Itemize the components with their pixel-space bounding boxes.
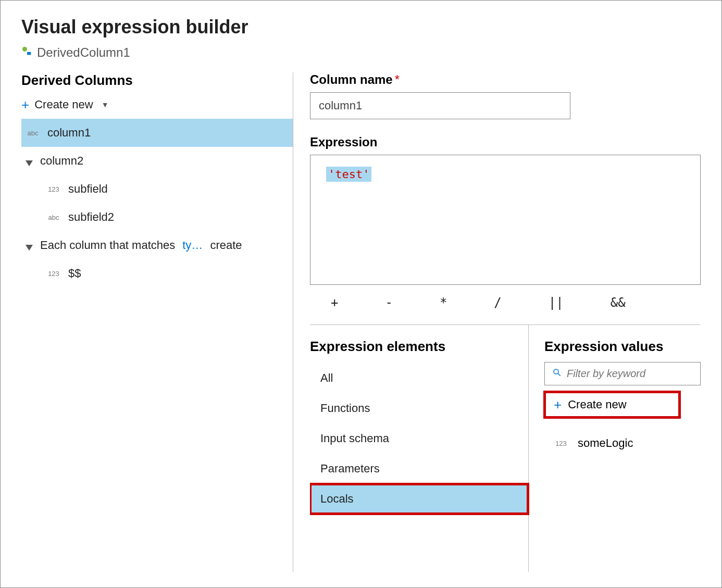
value-item[interactable]: 123someLogic (544, 431, 701, 455)
element-category-item[interactable]: Input schema (310, 423, 528, 454)
tree-item-label: subfield2 (68, 210, 114, 224)
page-title: Visual expression builder (21, 16, 701, 38)
caret-icon (26, 157, 33, 165)
svg-point-0 (22, 47, 27, 52)
tree-item[interactable]: 123subfield (21, 175, 293, 203)
column-name-label: Column name* (310, 72, 701, 87)
element-category-item[interactable]: Parameters (310, 454, 528, 484)
filter-row[interactable] (544, 362, 701, 385)
element-category-item[interactable]: Functions (310, 393, 528, 423)
tree-item-label: column1 (47, 126, 91, 140)
svg-marker-2 (26, 160, 33, 166)
expression-token: 'test' (326, 167, 371, 182)
chevron-down-icon: ▼ (102, 101, 109, 109)
svg-point-4 (554, 369, 558, 374)
derived-columns-title: Derived Columns (21, 72, 293, 89)
tree-item[interactable]: Each column that matchesty…create (21, 231, 293, 259)
expression-editor[interactable]: 'test' (310, 155, 701, 285)
expression-values-title: Expression values (544, 339, 701, 355)
tree-item-label: column2 (40, 154, 83, 168)
search-icon (552, 368, 562, 380)
create-new-label: Create new (34, 98, 93, 111)
tree-item[interactable]: abccolumn1 (21, 119, 293, 147)
element-category-item[interactable]: Locals (310, 484, 528, 514)
tree-item-label: subfield (68, 182, 108, 196)
create-new-local-label: Create new (568, 398, 627, 411)
type-badge: abc (26, 129, 40, 137)
operator-button[interactable]: + (331, 295, 338, 310)
filter-input[interactable] (567, 368, 693, 380)
svg-marker-3 (26, 245, 33, 251)
svg-line-5 (558, 373, 561, 376)
type-badge: 123 (554, 440, 568, 447)
plus-icon: + (554, 398, 562, 411)
type-badge: 123 (46, 270, 61, 278)
operator-button[interactable]: - (385, 295, 392, 310)
operator-button[interactable]: / (494, 295, 501, 310)
operator-button[interactable]: * (440, 295, 447, 310)
tree-item[interactable]: column2 (21, 147, 293, 175)
create-new-local-button[interactable]: + Create new (544, 392, 680, 418)
transform-icon (21, 45, 33, 60)
value-label: someLogic (578, 436, 633, 450)
right-pane: Column name* Expression 'test' +-*/||&& … (293, 72, 701, 572)
plus-icon: + (21, 98, 29, 111)
svg-rect-1 (27, 52, 31, 55)
type-badge: 123 (46, 185, 61, 193)
type-badge: abc (46, 214, 61, 221)
column-name-input[interactable] (310, 92, 570, 119)
left-pane: Derived Columns + Create new ▼ abccolumn… (21, 72, 293, 572)
create-new-column-button[interactable]: + Create new ▼ (21, 94, 293, 119)
tree-item-suffix: create (210, 239, 242, 252)
element-category-item[interactable]: All (310, 363, 528, 393)
expression-label: Expression (310, 135, 701, 149)
tree-item[interactable]: 123$$ (21, 259, 293, 287)
column-tree: abccolumn1column2123subfieldabcsubfield2… (21, 119, 293, 287)
tree-item-label: $$ (68, 267, 81, 280)
node-row: DerivedColumn1 (21, 45, 701, 60)
caret-icon (26, 242, 33, 249)
expression-elements-title: Expression elements (310, 339, 528, 355)
node-name: DerivedColumn1 (37, 45, 130, 60)
operator-button[interactable]: && (611, 295, 626, 310)
operator-bar: +-*/||&& (310, 291, 701, 325)
operator-button[interactable]: || (549, 295, 564, 310)
tree-item[interactable]: abcsubfield2 (21, 203, 293, 231)
expression-elements-pane: Expression elements AllFunctionsInput sc… (310, 325, 529, 572)
expression-values-pane: Expression values + Create new 123someLo… (529, 325, 701, 572)
tree-item-label: Each column that matches (40, 239, 175, 252)
pattern-link[interactable]: ty… (182, 239, 203, 252)
